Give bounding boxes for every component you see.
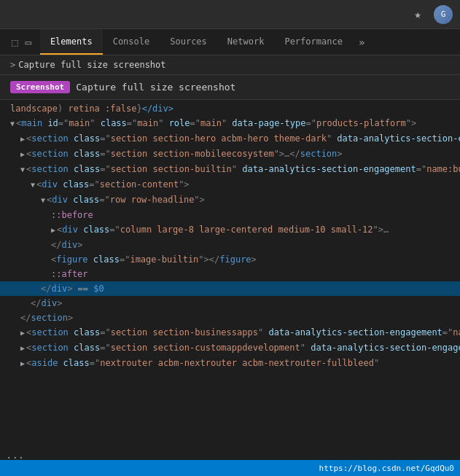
dom-content[interactable]: landscape) retina :false}</div>▼<main id…	[0, 100, 460, 469]
device-toolbar-icon[interactable]: ▭	[25, 36, 31, 48]
dom-line[interactable]: ▼<div class="row row-headline">	[0, 192, 460, 208]
tab-console[interactable]: Console	[103, 29, 160, 55]
more-tabs-button[interactable]: »	[353, 29, 370, 55]
dom-line[interactable]: ▶<aside class="nextrouter acbm-nextroute…	[0, 356, 460, 371]
dom-line[interactable]: </div>	[0, 296, 460, 311]
dom-line[interactable]: ▼<main id="main" class="main" role="main…	[0, 116, 460, 131]
status-url: https://blog.csdn.net/GqdQu0	[319, 464, 454, 473]
dom-line[interactable]: </div> == $0	[0, 281, 460, 296]
dom-line[interactable]: </section>	[0, 311, 460, 325]
path-text: Capture full size screenshot	[18, 60, 165, 70]
select-element-icon[interactable]: ⬚	[12, 36, 17, 48]
tab-elements[interactable]: Elements	[40, 29, 103, 55]
dom-line[interactable]: ▶<section class="section section-busines…	[0, 325, 460, 340]
path-bar: > Capture full size screenshot	[0, 55, 460, 75]
dom-line[interactable]: ▶<section class="section section-customa…	[0, 340, 460, 356]
status-bar: https://blog.csdn.net/GqdQu0	[0, 460, 460, 476]
dom-panel: landscape) retina :false}</div>▼<main id…	[0, 100, 460, 469]
dom-line[interactable]: ::after	[0, 267, 460, 281]
dom-line[interactable]: ::before	[0, 208, 460, 222]
dom-line[interactable]: ▶<section class="section section-hero ac…	[0, 131, 460, 147]
avatar[interactable]: G	[434, 5, 453, 24]
screenshot-bar: Screenshot Capture full size screenshot	[0, 75, 460, 100]
dom-line[interactable]: <figure class="image-builtin"></figure>	[0, 252, 460, 267]
dom-line[interactable]: ▼<section class="section section-builtin…	[0, 162, 460, 177]
tab-network[interactable]: Network	[217, 29, 275, 55]
screenshot-label: Capture full size screenshot	[76, 82, 235, 93]
path-arrow: >	[10, 60, 15, 70]
dom-line[interactable]: landscape) retina :false}</div>	[0, 101, 460, 116]
dom-line[interactable]: ▶<div class="column large-8 large-center…	[0, 222, 460, 238]
toolbar-icons: ⬚ ▭	[6, 29, 37, 55]
star-icon[interactable]: ★	[410, 7, 425, 22]
dom-line[interactable]: ▶<section class="section section-mobilee…	[0, 147, 460, 162]
tab-performance[interactable]: Performance	[274, 29, 352, 55]
dom-line[interactable]: ▼<div class="section-content">	[0, 177, 460, 192]
tab-sources[interactable]: Sources	[160, 29, 217, 55]
dom-line[interactable]: </div>	[0, 238, 460, 252]
devtools-tabbar: ⬚ ▭ Elements Console Sources Network Per…	[0, 29, 460, 55]
browser-chrome: ★ G	[0, 0, 460, 29]
screenshot-badge: Screenshot	[10, 81, 70, 93]
